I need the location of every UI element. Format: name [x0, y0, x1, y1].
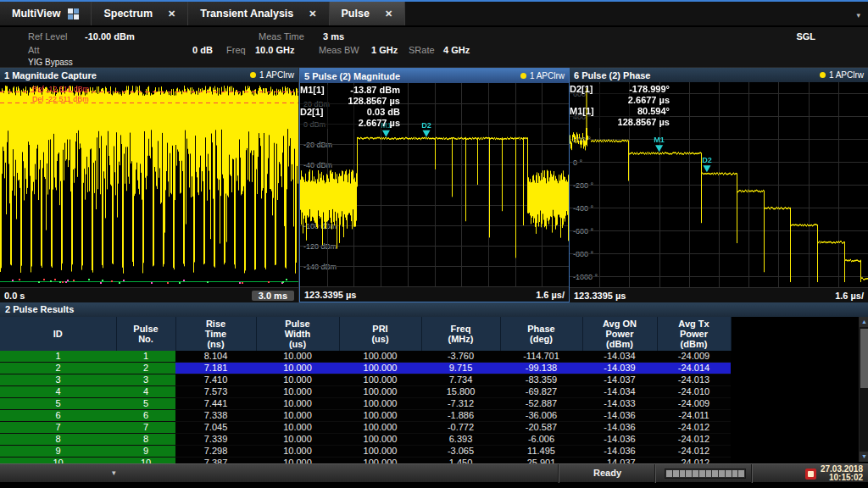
trace-legend: 1 APClrw	[520, 71, 565, 80]
tabbar-dropdown-icon[interactable]: ▾	[856, 11, 860, 19]
table-row[interactable]: 557.44110.000100.000-7.312-52.887-14.033…	[0, 398, 731, 410]
column-header[interactable]: ID	[0, 317, 116, 351]
marker-value: 80.594°	[637, 106, 670, 117]
table-cell: 8	[116, 434, 175, 446]
marker-time: 128.8567 µs	[300, 96, 400, 107]
trace-legend-label: 1 APClrw	[530, 71, 565, 80]
table-cell: -99.138	[500, 363, 582, 374]
progress-segment	[738, 470, 744, 477]
panel-phase-titlebar[interactable]: 6 Pulse (2) Phase 1 APClrw	[570, 68, 868, 82]
progress-segment	[719, 470, 725, 477]
column-header[interactable]: Phase (deg)	[500, 317, 582, 351]
progress-segment	[712, 470, 718, 477]
column-header[interactable]: Pulse No.	[116, 317, 175, 351]
scroll-up-icon[interactable]: ▲	[860, 317, 868, 327]
yig-bypass-label: YIG Bypass	[28, 58, 73, 67]
table-cell: 1	[0, 351, 116, 363]
table-row[interactable]: 337.41010.000100.0007.734-83.359-14.037-…	[0, 374, 731, 386]
meas-time-value[interactable]: 3 ms	[323, 31, 344, 42]
column-header[interactable]: PRI (us)	[339, 317, 421, 351]
column-header[interactable]: Avg Tx Power (dBm)	[657, 317, 731, 351]
panel-pulse-phase[interactable]: 6 Pulse (2) Phase 1 APClrw D2[1]-178.999…	[570, 68, 868, 302]
freq-label: Freq	[226, 45, 246, 55]
progress-bar	[665, 469, 746, 479]
status-divider	[654, 464, 655, 483]
tab-transient-analysis-label: Transient Analysis	[200, 8, 293, 19]
tab-spectrum[interactable]: Spectrum ✕	[92, 2, 188, 25]
table-cell: 2	[0, 363, 116, 374]
status-divider	[558, 464, 559, 483]
table-cell: -14.033	[582, 398, 657, 410]
table-row[interactable]: 997.29810.000100.000-3.06511.495-14.036-…	[0, 446, 731, 458]
table-cell: 3	[116, 374, 175, 386]
table-cell: -20.587	[500, 422, 582, 434]
table-cell: 7.734	[421, 374, 500, 386]
close-icon[interactable]: ✕	[385, 8, 392, 19]
panel-magnitude-titlebar[interactable]: 5 Pulse (2) Magnitude 1 APClrw	[300, 69, 569, 83]
marker-name: D2[1]	[570, 84, 593, 95]
table-cell: -14.036	[582, 446, 657, 458]
magnitude-chart-area[interactable]: M1[1]-13.87 dBm128.8567 µsD2[1]0.03 dB2.…	[300, 83, 569, 286]
table-cell: -83.359	[500, 374, 582, 386]
trace-legend: 1 APClrw	[820, 70, 864, 80]
table-cell: 7.410	[175, 374, 256, 386]
table-cell: 100.000	[339, 386, 421, 398]
panel-magnitude-capture[interactable]: 1 Magnitude Capture 1 APClrw Ref -12.511…	[0, 68, 299, 302]
status-dropdown-icon[interactable]: ▾	[112, 469, 116, 477]
panel-pulse-magnitude[interactable]: 5 Pulse (2) Magnitude 1 APClrw M1[1]-13.…	[299, 68, 570, 302]
table-cell: -14.037	[582, 374, 657, 386]
scroll-down-icon[interactable]: ▼	[860, 452, 868, 462]
x-scale-label[interactable]: 1.6 µs/	[835, 291, 864, 301]
table-cell: -24.014	[657, 363, 731, 374]
magnitude-x-axis: 123.3395 µs 1.6 µs/	[300, 286, 569, 302]
freq-value[interactable]: 10.0 GHz	[255, 45, 294, 55]
meas-bw-value[interactable]: 1 GHz	[371, 45, 398, 55]
table-row[interactable]: 118.10410.000100.000-3.760-114.701-14.03…	[0, 351, 731, 363]
table-row[interactable]: 447.57310.000100.00015.800-69.827-14.034…	[0, 386, 731, 398]
tab-multiview[interactable]: MultiView	[0, 2, 92, 25]
table-cell: 9	[116, 446, 175, 458]
table-cell: 10.000	[256, 446, 339, 458]
table-cell: 7.298	[175, 446, 256, 458]
tab-pulse[interactable]: Pulse ✕	[330, 2, 406, 25]
panel-capture-titlebar[interactable]: 1 Magnitude Capture 1 APClrw	[0, 68, 298, 82]
table-row[interactable]: 227.18110.000100.0009.715-99.138-14.039-…	[0, 363, 731, 374]
table-row[interactable]: 777.04510.000100.000-0.772-20.587-14.036…	[0, 422, 731, 434]
ref-level-label: Ref Level	[28, 31, 67, 42]
table-scrollbar[interactable]: ▲ ▼	[859, 317, 868, 462]
table-cell: 15.800	[421, 386, 500, 398]
table-cell: -14.036	[582, 410, 657, 422]
table-cell: -24.012	[657, 446, 731, 458]
table-cell: -14.034	[582, 351, 657, 363]
marker-time: 2.6677 µs	[300, 118, 400, 129]
x-scale-label[interactable]: 1.6 µs/	[536, 290, 565, 300]
panel-phase-title: 6 Pulse (2) Phase	[574, 70, 651, 80]
capture-chart-area[interactable]: Ref -12.511 dBm Del -22.511 dBm	[0, 82, 298, 287]
tab-transient-analysis[interactable]: Transient Analysis ✕	[188, 2, 329, 25]
column-header[interactable]: Pulse Width (us)	[256, 317, 339, 351]
table-row[interactable]: 667.33810.000100.000-1.886-36.006-14.036…	[0, 410, 731, 422]
table-cell: 7	[0, 422, 116, 434]
marker-time: 128.8567 µs	[570, 117, 670, 128]
status-time: 10:15:02	[821, 474, 863, 482]
delta-level-annotation: Del -22.511 dBm	[32, 95, 89, 103]
table-cell: -24.009	[657, 398, 731, 410]
att-value[interactable]: 0 dB	[192, 45, 213, 55]
multiview-grid-icon	[68, 8, 79, 19]
column-header[interactable]: Freq (MHz)	[421, 317, 500, 351]
srate-value[interactable]: 4 GHz	[443, 45, 470, 55]
tab-spectrum-label: Spectrum	[103, 8, 153, 19]
phase-chart-area[interactable]: D2[1]-178.999°2.6677 µsM1[1]80.594°128.8…	[570, 82, 868, 287]
table-cell: 4	[0, 386, 116, 398]
ref-level-value[interactable]: -10.00 dBm	[85, 31, 135, 42]
scroll-thumb[interactable]	[860, 329, 868, 388]
table-row[interactable]: 887.33910.000100.0006.393-6.006-14.036-2…	[0, 434, 731, 446]
pulse-results-titlebar[interactable]: 2 Pulse Results	[0, 302, 868, 317]
trace-legend-label: 1 APClrw	[259, 70, 294, 80]
close-icon[interactable]: ✕	[168, 8, 175, 19]
column-header[interactable]: Rise Time (ns)	[175, 317, 256, 351]
column-header[interactable]: Avg ON Power (dBm)	[582, 317, 657, 351]
x-stop-label[interactable]: 3.0 ms	[252, 291, 294, 301]
channel-settings-bar: Ref Level -10.00 dBm Meas Time 3 ms SGL …	[0, 27, 868, 68]
close-icon[interactable]: ✕	[309, 8, 316, 19]
